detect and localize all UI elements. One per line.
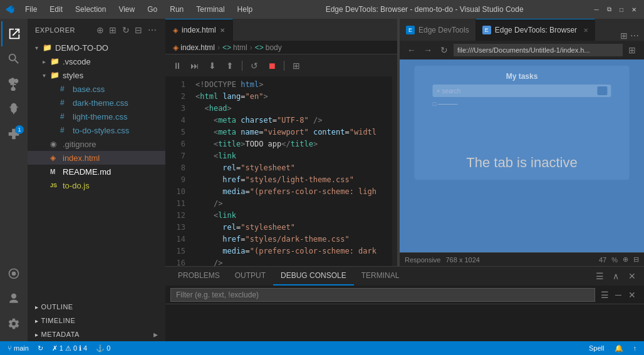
code-line-13: rel="stylesheet" <box>195 222 392 234</box>
step-out-button[interactable]: ⬆ <box>223 59 237 73</box>
address-bar[interactable] <box>454 44 623 56</box>
problems-tab[interactable]: PROBLEMS <box>170 267 227 286</box>
breadcrumb-html[interactable]: <> html <box>222 43 247 52</box>
sync-icon: ↻ <box>38 344 43 352</box>
sidebar-header: EXPLORER ⊕ ⊞ ↻ ⊟ ⋯ <box>28 19 165 41</box>
account-icon[interactable] <box>1 286 26 311</box>
metadata-expand-icon[interactable]: ▸ <box>153 329 158 339</box>
breadcrumb-file[interactable]: ◈ index.html <box>173 43 215 52</box>
todo-js-item[interactable]: JS to-do.js <box>28 178 165 192</box>
extensions-activity-icon[interactable]: 1 <box>1 121 26 147</box>
filter-input[interactable] <box>170 288 595 302</box>
todo-styles-item[interactable]: # to-do-styles.css <box>28 123 165 137</box>
browser-status-bar: Responsive 768 x 1024 47 % ⊕ ⊟ <box>400 252 644 266</box>
spell-label: Spell <box>589 344 604 352</box>
more-actions-icon[interactable]: ⋯ <box>147 24 158 36</box>
metadata-arrow-icon: ▸ <box>35 331 39 338</box>
spell-item[interactable]: Spell <box>586 344 606 352</box>
light-theme-item[interactable]: # light-theme.css <box>28 110 165 123</box>
step-into-button[interactable]: ⬇ <box>205 59 219 73</box>
port-item[interactable]: ⚓ 0 <box>93 344 113 352</box>
new-folder-icon[interactable]: ⊞ <box>108 24 118 36</box>
restore-button[interactable]: ⧉ <box>604 4 614 14</box>
vscode-folder-item[interactable]: ▸ 📁 .vscode <box>28 54 165 68</box>
code-line-14: href="styles/dark-theme.css" <box>195 234 392 245</box>
browser-tab-close-icon[interactable]: ✕ <box>583 27 588 34</box>
menu-edit[interactable]: Edit <box>44 4 68 15</box>
base-css-item[interactable]: # base.css <box>28 82 165 96</box>
gitignore-item[interactable]: ◉ .gitignore <box>28 137 165 151</box>
editor-scrollbar[interactable] <box>392 76 397 266</box>
code-line-12: <link <box>195 210 392 222</box>
errors-item[interactable]: ✗ 1 ⚠ 0 ℹ 4 <box>49 344 90 352</box>
pause-button[interactable]: ⏸ <box>170 59 184 73</box>
code-line-7: <link <box>195 150 392 162</box>
close-panel-icon[interactable]: ✕ <box>625 269 639 283</box>
forward-button[interactable]: → <box>421 43 435 57</box>
warning-icon: ⚠ <box>65 344 71 352</box>
close-button[interactable]: ✕ <box>629 4 639 14</box>
project-root-item[interactable]: ▾ 📁 DEMO-TO-DO <box>28 41 165 54</box>
menu-view[interactable]: View <box>113 4 140 15</box>
git-branch-item[interactable]: ⑂ main <box>5 344 31 352</box>
expand-arrow-icon: ▾ <box>43 72 50 79</box>
share-icon: ↑ <box>633 344 637 352</box>
notification-item[interactable]: 🔔 <box>612 344 626 352</box>
screencast-button[interactable]: ⊞ <box>289 59 303 73</box>
metadata-section[interactable]: ▸ METADATA ▸ <box>28 327 165 341</box>
output-tab[interactable]: OUTPUT <box>227 267 273 286</box>
readme-item[interactable]: M README.md <box>28 165 165 178</box>
menu-run[interactable]: Run <box>165 4 189 15</box>
more-options-icon[interactable]: ⋯ <box>630 31 639 41</box>
todo-js-label: to-do.js <box>63 181 165 190</box>
sync-item[interactable]: ↻ <box>35 344 46 352</box>
remote-icon[interactable] <box>1 261 26 286</box>
browser-fit-icon[interactable]: ⊟ <box>633 255 639 264</box>
filter-icon[interactable]: ☰ <box>593 269 606 283</box>
maximize-panel-icon[interactable]: ∧ <box>609 269 623 283</box>
dark-theme-item[interactable]: # dark-theme.css <box>28 96 165 110</box>
collapse-all-icon[interactable]: ─ <box>611 288 625 302</box>
maximize-button[interactable]: □ <box>616 4 626 14</box>
status-bar: ⑂ main ↻ ✗ 1 ⚠ 0 ℹ 4 ⚓ 0 Spell 🔔 ↑ <box>0 341 644 355</box>
settings-icon[interactable] <box>1 311 26 336</box>
step-over-button[interactable]: ⏭ <box>188 59 202 73</box>
browser-zoom-icon[interactable]: ⊕ <box>623 255 628 264</box>
outline-section[interactable]: ▸ OUTLINE <box>28 300 165 314</box>
breadcrumb-body[interactable]: <> body <box>255 43 282 52</box>
index-html-tab[interactable]: ◈ index.html ✕ <box>165 19 233 41</box>
source-control-activity-icon[interactable] <box>1 71 26 96</box>
timeline-section[interactable]: ▸ TIMELINE <box>28 314 165 327</box>
code-lines[interactable]: <!DOCTYPE html> <html lang="en"> <head> … <box>190 76 392 266</box>
terminal-tab[interactable]: TERMINAL <box>354 267 407 286</box>
tab-close-icon[interactable]: ✕ <box>220 27 225 34</box>
screencast-toggle[interactable]: ⊞ <box>625 43 639 57</box>
menu-selection[interactable]: Selection <box>70 4 111 15</box>
menu-file[interactable]: File <box>20 4 42 15</box>
index-html-item[interactable]: ◈ index.html <box>28 151 165 165</box>
search-activity-icon[interactable] <box>1 46 26 71</box>
menu-help[interactable]: Help <box>232 4 258 15</box>
clear-icon[interactable]: ✕ <box>625 288 639 302</box>
new-file-icon[interactable]: ⊕ <box>95 24 106 36</box>
browser-tab[interactable]: E Edge DevTools: Browser ✕ <box>476 19 595 41</box>
breadcrumb-sep-1: › <box>217 43 220 52</box>
css-file-icon: # <box>60 126 70 135</box>
collapse-icon[interactable]: ⊟ <box>133 24 144 36</box>
refresh-button[interactable]: ↻ <box>437 43 451 57</box>
refresh-icon[interactable]: ↻ <box>121 24 132 36</box>
styles-folder-item[interactable]: ▾ 📁 styles <box>28 68 165 82</box>
menu-terminal[interactable]: Terminal <box>191 4 229 15</box>
stop-button[interactable]: ⏹ <box>265 59 279 73</box>
filter-options-icon[interactable]: ☰ <box>598 288 611 302</box>
explorer-activity-icon[interactable] <box>1 21 26 46</box>
debug-activity-icon[interactable] <box>1 96 26 121</box>
minimize-button[interactable]: ─ <box>591 4 601 14</box>
split-editor-icon[interactable]: ⊞ <box>620 31 628 41</box>
share-item[interactable]: ↑ <box>631 344 640 352</box>
menu-go[interactable]: Go <box>142 4 162 15</box>
restart-button[interactable]: ↺ <box>247 59 261 73</box>
devtools-tab[interactable]: E Edge DevTools <box>400 19 476 41</box>
debug-console-tab[interactable]: DEBUG CONSOLE <box>273 267 354 286</box>
back-button[interactable]: ← <box>405 43 418 57</box>
